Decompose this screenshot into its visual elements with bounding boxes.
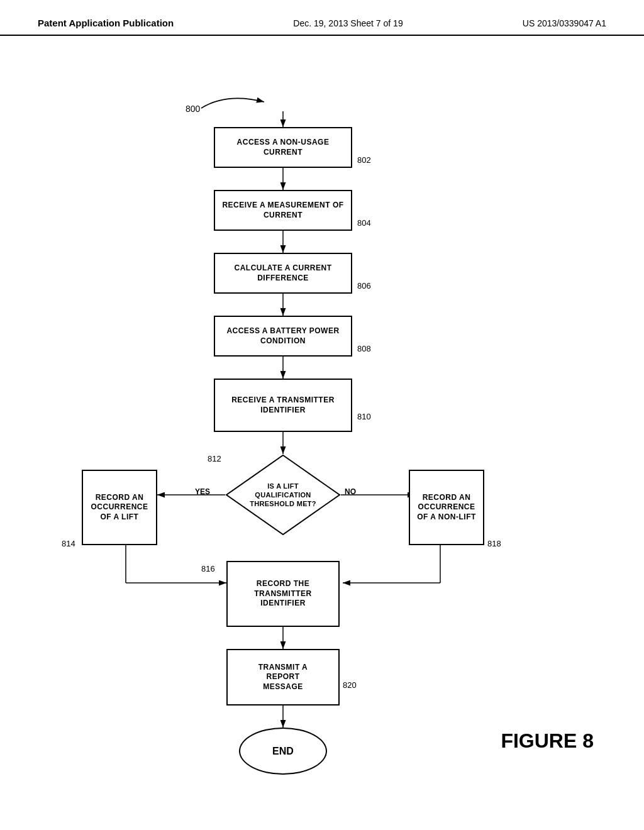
- box-802: ACCESS A NON-USAGE CURRENT: [214, 127, 352, 168]
- ref-812: 812: [208, 454, 221, 463]
- box-816: RECORD THE TRANSMITTER IDENTIFIER: [226, 561, 340, 627]
- ref-810: 810: [357, 412, 371, 421]
- ref-814: 814: [62, 539, 75, 548]
- flowchart-diagram: 800 ACCESS A NON-USAGE CURRENT 802 RECEI…: [0, 36, 644, 803]
- ref-816: 816: [201, 564, 215, 573]
- diamond-812: IS A LIFT QUALIFICATION THRESHOLD MET?: [225, 454, 341, 536]
- yes-label: YES: [195, 487, 210, 496]
- header-date-sheet: Dec. 19, 2013 Sheet 7 of 19: [293, 18, 402, 28]
- box-804: RECEIVE A MEASUREMENT OF CURRENT: [214, 190, 352, 231]
- box-818: RECORD AN OCCURRENCE OF A NON-LIFT: [409, 470, 484, 545]
- ref-818: 818: [487, 539, 501, 548]
- header-patent-number: US 2013/0339047 A1: [523, 18, 606, 28]
- ref-820: 820: [343, 680, 357, 690]
- box-814: RECORD AN OCCURRENCE OF A LIFT: [82, 470, 157, 545]
- figure-label: FIGURE 8: [501, 729, 594, 753]
- box-820: TRANSMIT A REPORT MESSAGE: [226, 649, 340, 706]
- end-oval: END: [239, 728, 327, 775]
- page-header: Patent Application Publication Dec. 19, …: [0, 0, 644, 36]
- box-806: CALCULATE A CURRENT DIFFERENCE: [214, 253, 352, 294]
- ref-800: 800: [186, 104, 200, 114]
- ref-806: 806: [357, 281, 371, 290]
- box-808: ACCESS A BATTERY POWER CONDITION: [214, 316, 352, 357]
- ref-802: 802: [357, 155, 371, 165]
- header-publication-type: Patent Application Publication: [38, 18, 174, 28]
- ref-804: 804: [357, 218, 371, 228]
- no-label: NO: [345, 487, 356, 496]
- box-810: RECEIVE A TRANSMITTER IDENTIFIER: [214, 379, 352, 432]
- ref-808: 808: [357, 344, 371, 353]
